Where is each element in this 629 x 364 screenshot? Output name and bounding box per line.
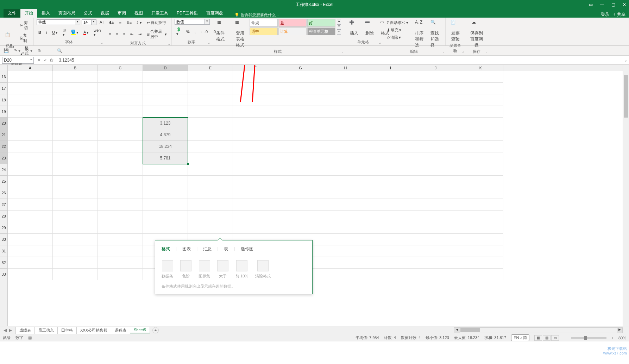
cell[interactable] bbox=[98, 141, 143, 152]
cell[interactable] bbox=[458, 129, 503, 141]
add-sheet-button[interactable]: + bbox=[152, 327, 159, 333]
column-header[interactable]: D bbox=[143, 65, 188, 71]
tab-view[interactable]: 视图 bbox=[130, 9, 147, 18]
redo-icon[interactable]: ↷ ▾ bbox=[14, 48, 20, 53]
percent-button[interactable]: % bbox=[184, 29, 191, 35]
cell[interactable] bbox=[368, 129, 413, 141]
cell[interactable] bbox=[458, 234, 503, 245]
cell[interactable] bbox=[233, 129, 278, 141]
sheet-tab[interactable]: 田字格 bbox=[57, 327, 77, 334]
merge-center-button[interactable]: ⊟合并后居中 ▾ bbox=[145, 28, 169, 40]
cell[interactable] bbox=[233, 141, 278, 152]
cell[interactable] bbox=[278, 106, 323, 118]
cell[interactable] bbox=[323, 71, 368, 83]
quick-iconset-button[interactable]: 图标集 bbox=[199, 260, 210, 279]
tab-layout[interactable]: 页面布局 bbox=[54, 9, 80, 18]
horizontal-scrollbar[interactable]: ◀ ▶ bbox=[454, 327, 623, 333]
cell[interactable] bbox=[368, 83, 413, 94]
column-header[interactable]: A bbox=[8, 65, 53, 71]
cell[interactable] bbox=[323, 118, 368, 129]
close-icon[interactable]: ✕ bbox=[622, 2, 627, 7]
zoom-out-button[interactable]: − bbox=[564, 336, 566, 340]
cell[interactable] bbox=[323, 129, 368, 141]
cell[interactable] bbox=[98, 94, 143, 106]
fill-button[interactable]: ⬇填充 ▾ bbox=[385, 26, 403, 34]
cell[interactable] bbox=[8, 83, 53, 94]
style-check-cell[interactable]: 检查单元格 bbox=[307, 27, 335, 35]
cell[interactable] bbox=[53, 199, 98, 211]
column-header[interactable]: E bbox=[188, 65, 233, 71]
cancel-formula-icon[interactable]: ✕ bbox=[37, 58, 41, 63]
cell[interactable] bbox=[143, 164, 188, 176]
cell[interactable] bbox=[8, 257, 53, 269]
row-header[interactable]: 23 bbox=[0, 152, 7, 164]
share-button[interactable]: ♀ 共享 bbox=[613, 12, 625, 18]
cell[interactable] bbox=[188, 176, 233, 187]
cell[interactable] bbox=[8, 94, 53, 106]
quick-databar-button[interactable]: 数据条 bbox=[162, 260, 173, 279]
cell[interactable] bbox=[98, 211, 143, 222]
gallery-more-button[interactable]: ▾ bbox=[337, 30, 341, 35]
font-color-button[interactable]: A ▾ bbox=[82, 29, 90, 36]
scrollbar-thumb[interactable] bbox=[624, 75, 628, 118]
cell[interactable] bbox=[53, 118, 98, 129]
cell[interactable] bbox=[233, 176, 278, 187]
cell[interactable] bbox=[8, 222, 53, 234]
cell[interactable] bbox=[53, 129, 98, 141]
cell[interactable] bbox=[368, 94, 413, 106]
cell[interactable] bbox=[368, 257, 413, 269]
cell[interactable] bbox=[368, 269, 413, 280]
quick-clear-button[interactable]: 清除格式 bbox=[255, 260, 271, 279]
cell[interactable] bbox=[143, 71, 188, 83]
cell[interactable] bbox=[413, 164, 458, 176]
row-header[interactable]: 32 bbox=[0, 257, 7, 269]
clear-button[interactable]: ◇清除 ▾ bbox=[385, 34, 403, 41]
cell[interactable] bbox=[278, 211, 323, 222]
increase-decimal-button[interactable]: ←.0 bbox=[199, 29, 209, 35]
column-header[interactable]: C bbox=[98, 65, 143, 71]
decrease-indent-button[interactable]: ⇤ bbox=[128, 31, 135, 38]
cell[interactable] bbox=[413, 245, 458, 257]
row-header[interactable]: 17 bbox=[0, 83, 7, 94]
bold-button[interactable]: B bbox=[37, 29, 43, 36]
gallery-down-button[interactable]: ▼ bbox=[337, 24, 341, 30]
cell[interactable] bbox=[368, 245, 413, 257]
style-calculation[interactable]: 计算 bbox=[278, 27, 307, 35]
cell[interactable] bbox=[368, 106, 413, 118]
cell[interactable] bbox=[233, 118, 278, 129]
cell[interactable] bbox=[98, 118, 143, 129]
zoom-in-button[interactable]: + bbox=[611, 336, 614, 340]
tab-data[interactable]: 数据 bbox=[96, 9, 113, 18]
border-button[interactable]: ⊞ ▾ bbox=[61, 27, 68, 38]
tab-home[interactable]: 开始 bbox=[20, 9, 37, 18]
chevron-down-icon[interactable]: ▾ bbox=[30, 58, 32, 63]
tab-formulas[interactable]: 公式 bbox=[80, 9, 96, 18]
cell[interactable] bbox=[98, 234, 143, 245]
cell[interactable] bbox=[323, 257, 368, 269]
cell[interactable] bbox=[458, 118, 503, 129]
cell[interactable] bbox=[458, 176, 503, 187]
cell[interactable] bbox=[53, 83, 98, 94]
cell[interactable] bbox=[8, 187, 53, 199]
cell[interactable] bbox=[368, 176, 413, 187]
sheet-tab[interactable]: 员工信息 bbox=[34, 327, 58, 334]
cell[interactable] bbox=[323, 187, 368, 199]
conditional-format-button[interactable]: ▦ 条件格式 bbox=[214, 19, 231, 43]
cell[interactable] bbox=[188, 152, 233, 164]
quick-tab-chart[interactable]: 图表 bbox=[182, 245, 191, 253]
font-size-combo[interactable] bbox=[82, 19, 92, 25]
cell[interactable] bbox=[413, 234, 458, 245]
cell[interactable]: 4.679 bbox=[143, 129, 188, 141]
phonetic-button[interactable]: wén ▾ bbox=[92, 27, 102, 38]
cell[interactable] bbox=[188, 83, 233, 94]
align-left-button[interactable]: ≡ bbox=[107, 31, 113, 37]
vertical-scrollbar[interactable] bbox=[623, 65, 629, 326]
cell[interactable] bbox=[143, 83, 188, 94]
login-link[interactable]: 登录 bbox=[601, 12, 609, 18]
cell[interactable] bbox=[188, 187, 233, 199]
cell[interactable] bbox=[53, 257, 98, 269]
cell[interactable] bbox=[413, 176, 458, 187]
cell[interactable] bbox=[98, 257, 143, 269]
cell[interactable] bbox=[413, 199, 458, 211]
align-right-button[interactable]: ≡ bbox=[121, 31, 127, 37]
